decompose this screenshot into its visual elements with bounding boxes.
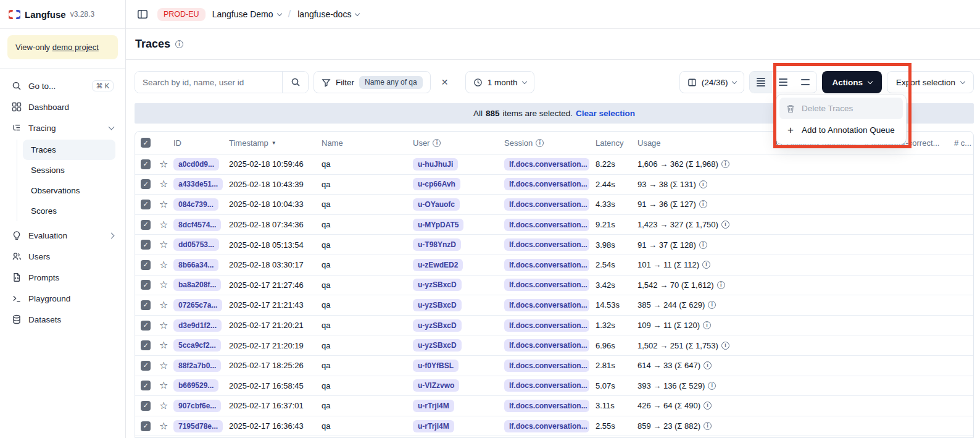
session-badge[interactable]: lf.docs.conversation... [504, 420, 589, 432]
user-badge[interactable]: u-MYpDAT5 [413, 219, 463, 231]
sidebar-item-observations[interactable]: Observations [23, 180, 115, 201]
column-info-icon[interactable]: i [433, 139, 441, 147]
menu-item-add-to-annotation-queue[interactable]: +Add to Annotation Queue [779, 119, 903, 141]
select-all-checkbox[interactable]: ✓ [141, 138, 151, 148]
row-checkbox[interactable]: ✓ [141, 159, 151, 169]
column-header-session[interactable]: Sessioni [503, 138, 594, 148]
usage-info-icon[interactable]: i [721, 160, 729, 168]
row-checkbox[interactable]: ✓ [141, 421, 151, 431]
sidebar-item-prompts[interactable]: Prompts [6, 267, 119, 288]
filter-button[interactable]: Filter Name any of qa [314, 71, 431, 93]
trace-id-badge[interactable]: 8dcf4574... [173, 219, 221, 231]
sidebar-item-evaluation[interactable]: Evaluation [6, 225, 119, 246]
star-icon[interactable]: ☆ [159, 340, 168, 350]
trace-id-badge[interactable]: dd05753... [173, 238, 219, 251]
row-checkbox[interactable]: ✓ [141, 200, 151, 209]
user-badge[interactable]: u-rTrjl4M [413, 420, 454, 432]
usage-info-icon[interactable]: i [699, 180, 707, 188]
column-header-id[interactable]: ID [172, 138, 228, 148]
star-icon[interactable]: ☆ [159, 361, 168, 371]
star-icon[interactable]: ☆ [159, 381, 168, 390]
user-badge[interactable]: u-yzSBxcD [413, 339, 462, 352]
row-checkbox[interactable]: ✓ [141, 240, 151, 250]
export-selection-button[interactable]: Export selection [887, 71, 974, 93]
session-badge[interactable]: lf.docs.conversation... [504, 299, 589, 311]
org-selector[interactable]: Langfuse Demo [212, 9, 281, 19]
row-checkbox[interactable]: ✓ [141, 321, 151, 331]
star-icon[interactable]: ☆ [159, 401, 168, 411]
sidebar-item-playground[interactable]: Playground [6, 288, 119, 309]
session-badge[interactable]: lf.docs.conversation... [504, 339, 589, 352]
session-badge[interactable]: lf.docs.conversation... [504, 279, 589, 291]
user-badge[interactable]: u-yzSBxcD [413, 319, 462, 332]
session-badge[interactable]: lf.docs.conversation... [504, 219, 589, 231]
sidebar-item-users[interactable]: Users [6, 246, 119, 267]
session-badge[interactable]: lf.docs.conversation... [504, 158, 589, 171]
session-badge[interactable]: lf.docs.conversation... [504, 360, 589, 372]
column-header-usage[interactable]: Usage [636, 138, 769, 148]
star-icon[interactable]: ☆ [159, 200, 168, 209]
usage-info-icon[interactable]: i [708, 301, 716, 309]
sidebar-item-dashboard[interactable]: Dashboard [6, 96, 119, 117]
trace-id-badge[interactable]: a433de51... [173, 178, 223, 190]
usage-info-icon[interactable]: i [721, 221, 729, 229]
trace-id-badge[interactable]: 8b66a34... [173, 259, 218, 271]
session-badge[interactable]: lf.docs.conversation... [504, 400, 589, 412]
trace-id-badge[interactable]: ba8a208f... [173, 279, 221, 291]
column-header-timestamp[interactable]: Timestamp▼ [228, 138, 320, 148]
session-badge[interactable]: lf.docs.conversation... [504, 259, 589, 271]
row-height-large-button[interactable] [794, 72, 816, 93]
user-badge[interactable]: u-huJhuJi [413, 158, 458, 171]
user-badge[interactable]: u-yzSBxcD [413, 279, 462, 291]
clear-filter-icon[interactable]: ✕ [436, 73, 454, 91]
demo-project-link[interactable]: demo project [52, 43, 99, 52]
session-badge[interactable]: lf.docs.conversation... [504, 238, 589, 251]
sidebar-toggle-icon[interactable] [135, 6, 151, 22]
user-badge[interactable]: u-OYauofc [413, 198, 460, 211]
trace-id-badge[interactable]: a0cd0d9... [173, 158, 219, 171]
session-badge[interactable]: lf.docs.conversation... [504, 178, 589, 190]
row-checkbox[interactable]: ✓ [141, 220, 151, 230]
trace-id-badge[interactable]: b669529... [173, 379, 218, 392]
usage-info-icon[interactable]: i [704, 422, 712, 430]
sidebar-item-sessions[interactable]: Sessions [23, 160, 115, 180]
row-checkbox[interactable]: ✓ [141, 361, 151, 371]
column-header-name[interactable]: Name [320, 138, 412, 148]
trace-id-badge[interactable]: 88f2a7b0... [173, 360, 221, 372]
trace-id-badge[interactable]: 7195d78e... [173, 420, 223, 432]
trace-id-badge[interactable]: 07265c7a... [173, 299, 222, 311]
sidebar-item-tracing[interactable]: Tracing [6, 117, 119, 138]
time-range-selector[interactable]: 1 month [465, 71, 534, 93]
sidebar-item-scores[interactable]: Scores [23, 201, 115, 221]
star-icon[interactable]: ☆ [159, 179, 168, 189]
usage-info-icon[interactable]: i [721, 342, 729, 350]
column-header-latency[interactable]: Latency [594, 138, 636, 148]
sidebar-item-traces[interactable]: Traces [23, 140, 115, 160]
star-icon[interactable]: ☆ [159, 321, 168, 331]
column-header--c-[interactable]: # c... [948, 138, 973, 148]
search-submit-icon[interactable] [282, 72, 308, 93]
column-visibility-button[interactable]: (24/36) [679, 71, 745, 93]
usage-info-icon[interactable]: i [702, 261, 710, 269]
actions-button[interactable]: Actions [822, 71, 882, 93]
sidebar-item-datasets[interactable]: Datasets [6, 309, 119, 330]
star-icon[interactable]: ☆ [159, 421, 168, 431]
usage-info-icon[interactable]: i [703, 321, 711, 329]
column-header-user[interactable]: Useri [412, 138, 503, 148]
row-checkbox[interactable]: ✓ [141, 300, 151, 310]
user-badge[interactable]: u-zEwdED2 [413, 259, 463, 271]
sidebar-item-goto[interactable]: Go to... ⌘ K [6, 75, 119, 96]
user-badge[interactable]: u-VIZzvwo [413, 379, 459, 392]
star-icon[interactable]: ☆ [159, 220, 168, 230]
session-badge[interactable]: lf.docs.conversation... [504, 379, 589, 392]
row-checkbox[interactable]: ✓ [141, 340, 151, 350]
column-info-icon[interactable]: i [536, 139, 544, 147]
usage-info-icon[interactable]: i [704, 361, 712, 369]
row-checkbox[interactable]: ✓ [141, 280, 151, 290]
star-icon[interactable]: ☆ [159, 260, 168, 270]
trace-id-badge[interactable]: 084c739... [173, 198, 218, 211]
user-badge[interactable]: u-yzSBxcD [413, 299, 462, 311]
row-height-medium-button[interactable] [772, 72, 794, 93]
clear-selection-link[interactable]: Clear selection [576, 109, 635, 118]
search-input[interactable] [135, 72, 282, 93]
